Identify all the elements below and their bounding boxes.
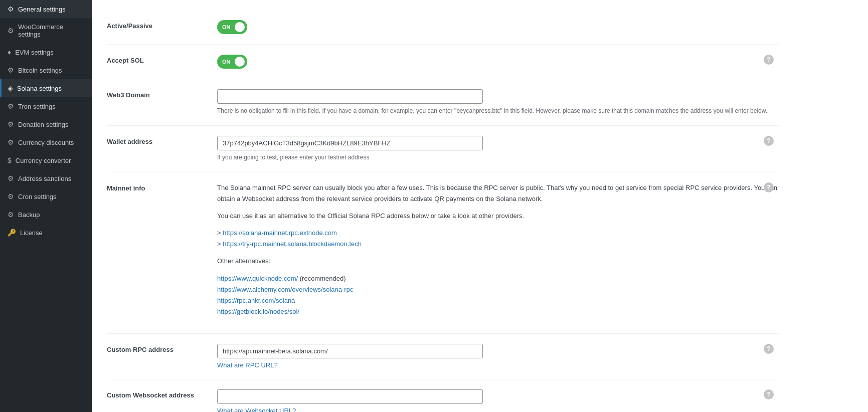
web3-domain-row: Web3 Domain There is no obligation to fi… xyxy=(107,79,779,126)
sidebar-item-label: EVM settings xyxy=(15,49,54,56)
rpc-url-link[interactable]: What are RPC URL? xyxy=(217,361,278,369)
wallet-address-help: If you are going to test, please enter y… xyxy=(217,153,779,162)
sidebar-item-bitcoin-settings[interactable]: ⚙ Bitcoin settings xyxy=(0,61,92,79)
mainnet-info-p2: You can use it as an alternative to the … xyxy=(217,211,779,222)
custom-websocket-input[interactable] xyxy=(217,389,483,404)
mainnet-alt-links: https://www.quicknode.com/ (recommended)… xyxy=(217,273,779,317)
gear-icon: ⚙ xyxy=(8,138,14,146)
toggle-on-label: ON xyxy=(222,59,231,65)
sidebar-item-label: WooCommerce settings xyxy=(18,23,86,38)
sidebar-item-general-settings[interactable]: ⚙ General settings xyxy=(0,0,92,18)
mainnet-alt-link4[interactable]: https://getblock.io/nodes/sol/ xyxy=(217,308,299,315)
sidebar-item-label: Cron settings xyxy=(18,193,57,200)
toggle-knob xyxy=(235,22,245,32)
gear-icon: ⚙ xyxy=(8,66,14,74)
sidebar-item-label: Backup xyxy=(18,211,40,219)
gear-icon: ⚙ xyxy=(8,192,14,200)
solana-icon: ◈ xyxy=(8,84,13,92)
active-passive-toggle[interactable]: ON xyxy=(217,20,247,34)
mainnet-alt-link1[interactable]: https://www.quicknode.com/ xyxy=(217,275,298,282)
backup-icon: ⚙ xyxy=(8,211,14,219)
sidebar-item-evm-settings[interactable]: ♦ EVM settings xyxy=(0,43,92,61)
help-icon[interactable]: ? xyxy=(764,55,774,65)
settings-form: Active/Passive ON Accept SOL ON ? Web3 D… xyxy=(92,0,794,412)
diamond-icon: ♦ xyxy=(8,48,11,56)
web3-domain-label: Web3 Domain xyxy=(107,89,217,99)
custom-websocket-label: Custom Websocket address xyxy=(107,389,217,399)
sidebar-item-label: Solana settings xyxy=(17,85,62,92)
custom-rpc-input[interactable] xyxy=(217,344,483,358)
sidebar-item-solana-settings[interactable]: ◈ Solana settings xyxy=(0,79,92,97)
sidebar: ⚙ General settings ⚙ WooCommerce setting… xyxy=(0,0,92,412)
wallet-address-row: Wallet address If you are going to test,… xyxy=(107,126,779,172)
mainnet-other-label: Other alternatives: xyxy=(217,256,779,267)
web3-domain-control: There is no obligation to fill in this f… xyxy=(217,89,779,115)
gear-icon: ⚙ xyxy=(8,174,14,182)
mainnet-link1[interactable]: https://solana-mainnet.rpc.extnode.com xyxy=(223,229,337,237)
wallet-address-label: Wallet address xyxy=(107,136,217,145)
accept-sol-label: Accept SOL xyxy=(107,55,217,64)
mainnet-info-label: Mainnet info xyxy=(107,182,217,192)
sidebar-item-donation-settings[interactable]: ⚙ Donation settings xyxy=(0,115,92,133)
sidebar-item-address-sanctions[interactable]: ⚙ Address sanctions xyxy=(0,169,92,187)
sidebar-item-label: Tron settings xyxy=(18,103,56,110)
mainnet-info-links: > https://solana-mainnet.rpc.extnode.com… xyxy=(217,228,779,250)
sidebar-item-label: Donation settings xyxy=(18,121,68,128)
accept-sol-row: Accept SOL ON ? xyxy=(107,45,779,79)
mainnet-alt-link2[interactable]: https://www.alchemy.com/overviews/solana… xyxy=(217,286,353,293)
active-passive-row: Active/Passive ON xyxy=(107,10,779,45)
custom-rpc-row: Custom RPC address What are RPC URL? ? xyxy=(107,334,779,379)
gear-icon: ⚙ xyxy=(8,27,14,35)
sidebar-item-license[interactable]: 🔑 License xyxy=(0,224,92,242)
active-passive-control: ON xyxy=(217,20,779,34)
accept-sol-toggle[interactable]: ON xyxy=(217,55,247,69)
active-passive-label: Active/Passive xyxy=(107,20,217,30)
main-content: Active/Passive ON Accept SOL ON ? Web3 D… xyxy=(92,0,868,412)
sidebar-item-currency-converter[interactable]: $ Currency converter xyxy=(0,151,92,169)
sidebar-item-cron-settings[interactable]: ⚙ Cron settings xyxy=(0,187,92,205)
toggle-knob xyxy=(235,57,245,67)
gear-icon: ⚙ xyxy=(8,5,14,13)
custom-rpc-label: Custom RPC address xyxy=(107,344,217,353)
gear-icon: ⚙ xyxy=(8,120,14,128)
toggle-on-label: ON xyxy=(222,24,231,30)
mainnet-info-row: Mainnet info The Solana mainnet RPC serv… xyxy=(107,172,779,334)
sidebar-item-woocommerce-settings[interactable]: ⚙ WooCommerce settings xyxy=(0,18,92,43)
gear-icon: ⚙ xyxy=(8,102,14,110)
sidebar-item-label: Bitcoin settings xyxy=(18,67,62,74)
sidebar-item-label: License xyxy=(20,229,43,237)
sidebar-item-tron-settings[interactable]: ⚙ Tron settings xyxy=(0,97,92,115)
wallet-address-input[interactable] xyxy=(217,136,483,150)
web3-domain-help: There is no obligation to fill in this f… xyxy=(217,106,779,115)
web3-domain-input[interactable] xyxy=(217,89,483,104)
mainnet-link2[interactable]: https://try-rpc.mainnet.solana.blockdaem… xyxy=(223,240,362,248)
sidebar-item-label: Address sanctions xyxy=(18,175,71,182)
custom-websocket-control: What are Websocket URL? xyxy=(217,389,779,412)
key-icon: 🔑 xyxy=(8,229,16,237)
sidebar-item-label: Currency converter xyxy=(16,157,71,164)
mainnet-info-p1: The Solana mainnet RPC server can usuall… xyxy=(217,182,779,204)
sidebar-item-backup[interactable]: ⚙ Backup xyxy=(0,205,92,224)
custom-websocket-row: Custom Websocket address What are Websoc… xyxy=(107,379,779,412)
help-icon[interactable]: ? xyxy=(764,182,774,192)
sidebar-item-label: Currency discounts xyxy=(18,139,74,146)
custom-rpc-control: What are RPC URL? xyxy=(217,344,779,369)
websocket-url-link[interactable]: What are Websocket URL? xyxy=(217,407,296,412)
dollar-icon: $ xyxy=(8,156,12,164)
sidebar-item-label: General settings xyxy=(18,6,66,13)
arrow-icon: > xyxy=(217,229,223,237)
accept-sol-control: ON xyxy=(217,55,779,69)
sidebar-item-currency-discounts[interactable]: ⚙ Currency discounts xyxy=(0,133,92,151)
alt-link1-suffix: (recommended) xyxy=(298,275,345,282)
arrow-icon: > xyxy=(217,240,223,248)
mainnet-info-control: The Solana mainnet RPC server can usuall… xyxy=(217,182,779,323)
help-icon[interactable]: ? xyxy=(764,344,774,354)
help-icon[interactable]: ? xyxy=(764,389,774,399)
mainnet-alt-link3[interactable]: https://rpc.ankr.com/solana xyxy=(217,297,295,304)
wallet-address-control: If you are going to test, please enter y… xyxy=(217,136,779,162)
help-icon[interactable]: ? xyxy=(764,136,774,146)
